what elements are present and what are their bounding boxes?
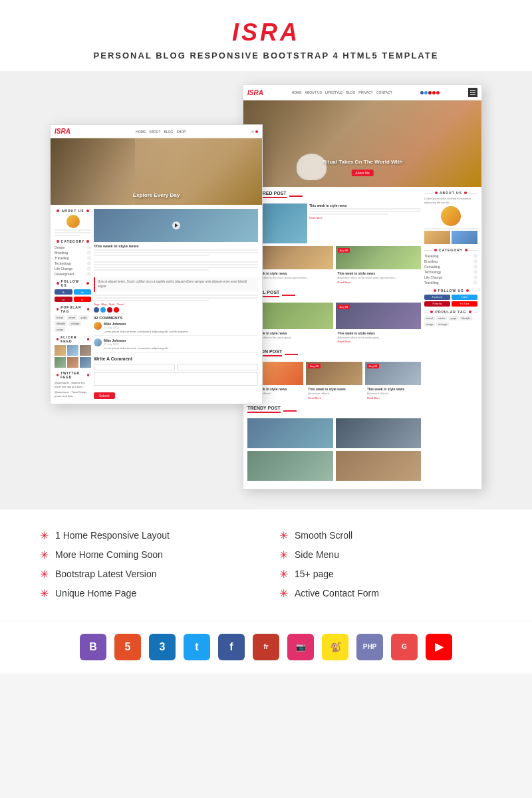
youtube-icon[interactable]: ▶ <box>426 634 452 660</box>
feature-item: ✳ Active Contact Form <box>279 587 492 600</box>
post-tag[interactable]: Blog, <box>102 303 108 306</box>
submit-comment-btn[interactable]: Submit <box>94 392 115 399</box>
right-category-item[interactable]: Travelling <box>424 254 477 258</box>
right-category-item[interactable]: Travelling <box>424 281 477 285</box>
right-tw-btn[interactable]: Twitter <box>452 295 477 300</box>
play-button[interactable] <box>172 221 180 229</box>
read-more-link[interactable]: Read More <box>367 396 419 400</box>
tag-item[interactable]: range <box>55 327 65 332</box>
share-yt-icon[interactable] <box>114 307 119 313</box>
comment-textarea[interactable] <box>94 372 258 386</box>
post-tag[interactable]: Travel <box>117 303 124 306</box>
right-category-item[interactable]: Life Change <box>424 275 477 279</box>
twitter-icon[interactable]: t <box>184 634 210 660</box>
html5-icon[interactable]: 5 <box>114 634 141 660</box>
right-hero: Ritual Takes On The World With About Me <box>243 100 481 187</box>
youtube-btn[interactable]: yt <box>74 297 92 302</box>
comment-text: Lorem ipsum dolor sit amet, consectetur … <box>104 346 258 350</box>
share-fb-icon[interactable] <box>94 307 99 313</box>
tag-item[interactable]: change <box>68 321 81 326</box>
css3-icon[interactable]: 3 <box>149 634 176 660</box>
right-fb-btn[interactable]: Facebook <box>424 295 450 300</box>
comment-name-input[interactable] <box>94 364 175 370</box>
feature-text: More Home Coming Soon <box>55 549 163 560</box>
fr-icon[interactable]: fr <box>253 634 279 660</box>
tag-item[interactable]: lifestyle <box>55 321 67 326</box>
flickr-item[interactable] <box>55 357 66 368</box>
nav-link[interactable]: HOME <box>292 90 302 94</box>
right-tag-item[interactable]: change <box>436 322 449 327</box>
right-pt-btn[interactable]: Pinterest <box>424 301 450 307</box>
nav-tw-icon[interactable] <box>424 91 428 94</box>
hamburger-menu[interactable] <box>468 88 477 97</box>
category-item[interactable]: Technology <box>55 261 91 265</box>
facebook-btn[interactable]: fb <box>55 289 72 295</box>
right-tag-item[interactable]: yoga <box>448 316 458 321</box>
flickr-item[interactable] <box>80 345 91 356</box>
post-tag[interactable]: Tags: <box>94 303 100 306</box>
right-tag-item[interactable]: lifestyle <box>460 316 472 321</box>
instagram-icon[interactable]: 📷 <box>287 634 314 660</box>
read-more-link[interactable]: Read More <box>338 340 420 343</box>
post-card-info: This week in style news Adventure offers… <box>336 269 422 286</box>
nav-link[interactable]: BLOG <box>346 90 355 94</box>
share-tw-icon[interactable] <box>100 307 106 313</box>
section-dot <box>57 282 59 285</box>
right-yt-btn[interactable]: YouTube <box>452 301 477 307</box>
right-tag-item[interactable]: winter <box>436 316 448 321</box>
pinterest-btn[interactable]: pt <box>55 297 72 302</box>
php-icon[interactable]: PHP <box>356 634 383 660</box>
gulp-icon[interactable]: G <box>391 634 418 660</box>
section-dot <box>57 308 59 311</box>
tag-item[interactable]: yoga <box>78 315 88 320</box>
read-more-link[interactable]: Read More <box>308 396 360 400</box>
post-tag[interactable]: Style, <box>109 303 116 306</box>
facebook-icon[interactable]: f <box>218 634 245 660</box>
right-about-label: ABOUT US <box>440 191 462 195</box>
bootstrap-icon[interactable]: B <box>80 634 106 660</box>
article-body-line <box>94 269 209 271</box>
mailchimp-icon[interactable]: 🐒 <box>322 634 348 660</box>
nav-link[interactable]: PRIVACY <box>358 90 373 94</box>
share-pt-icon[interactable] <box>107 307 112 313</box>
nav-pt-icon[interactable] <box>428 91 432 94</box>
right-category-label: CATEGORY <box>439 248 463 252</box>
comment-avatar <box>94 338 102 346</box>
read-more-link[interactable]: Read More <box>309 216 421 219</box>
comment-email-input[interactable] <box>177 364 258 370</box>
flickr-item[interactable] <box>67 345 78 356</box>
nav-link[interactable]: SHOP <box>176 130 186 134</box>
twitter-btn[interactable]: tw <box>74 289 92 295</box>
right-category-item[interactable]: Consulting <box>424 265 477 269</box>
nav-link[interactable]: LIFESTYLE <box>325 90 342 94</box>
flickr-item[interactable] <box>80 357 91 368</box>
right-tag-item[interactable]: travel <box>424 316 435 321</box>
right-tag-item[interactable]: range <box>424 322 435 327</box>
flickr-item[interactable] <box>55 345 66 356</box>
nav-yt-icon[interactable] <box>432 91 436 94</box>
category-item[interactable]: Travelling <box>55 256 91 260</box>
nav-link[interactable]: ABOUT US <box>305 90 322 94</box>
nav-link[interactable]: ABOUT <box>149 130 160 134</box>
flickr-item[interactable] <box>67 357 78 368</box>
category-item[interactable]: Branding <box>55 251 91 255</box>
right-category-item[interactable]: Technology <box>424 270 477 274</box>
section-dot <box>57 209 59 212</box>
nav-ig-icon[interactable] <box>436 91 440 94</box>
read-more-link[interactable]: Read More <box>338 281 420 284</box>
article-body-line <box>94 300 209 301</box>
category-item[interactable]: Design <box>55 245 91 249</box>
tag-item[interactable]: winter <box>66 315 78 320</box>
section-dot <box>86 240 89 243</box>
nav-link[interactable]: HOME <box>136 130 146 134</box>
category-item[interactable]: Life Change <box>55 267 91 271</box>
nav-link[interactable]: CONTACT <box>376 90 392 94</box>
right-category-item[interactable]: Branding <box>424 259 477 263</box>
nav-fb-icon[interactable] <box>420 91 424 94</box>
section-dot <box>87 374 89 376</box>
nav-link[interactable]: BLOG <box>164 130 174 134</box>
right-hero-btn[interactable]: About Me <box>351 170 373 176</box>
category-item[interactable]: Development <box>55 272 91 276</box>
tag-item[interactable]: travel <box>55 315 65 320</box>
feature-text: Bootstrap Latest Version <box>55 569 157 579</box>
